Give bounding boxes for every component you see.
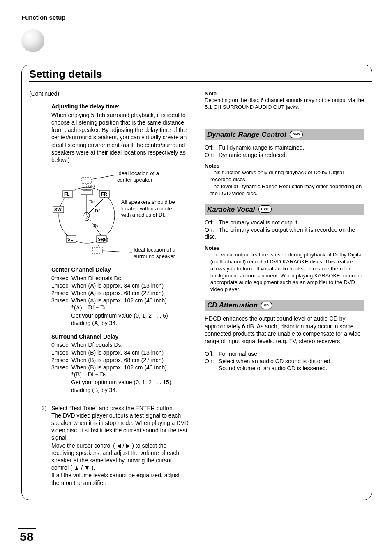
drc-title: Dynamic Range Control (207, 130, 286, 139)
surround-delay-heading: Surround Channel Delay (51, 333, 189, 341)
note-heading: Note (205, 90, 364, 97)
svg-text:SW: SW (54, 207, 62, 212)
surround-delay-line: 1msec: When (B) is approx. 34 cm (13 inc… (51, 349, 189, 356)
svg-line-14 (97, 242, 100, 247)
note-body: Depending on the disc, 6 channel sounds … (205, 97, 364, 111)
svg-text:Dc: Dc (89, 199, 95, 204)
svg-text:(A): (A) (88, 183, 95, 189)
surround-delay-formula: *(B) = Df − Ds (71, 371, 189, 379)
radius-caption: All speakers should be located within a … (121, 199, 183, 218)
content-frame: Setting details (Continued) Adjusting th… (21, 65, 372, 500)
continued-label: (Continued) (29, 90, 189, 98)
svg-text:Df: Df (95, 208, 100, 213)
adjust-delay-body: When enjoying 5.1ch surround playback, i… (51, 111, 189, 164)
cd-body: HDCD enhances the output sound level of … (205, 315, 364, 345)
center-delay-tail: Get your optimum value (0, 1, 2 . . . 5) (71, 312, 189, 319)
step3-line: The DVD video player outputs a test sign… (51, 412, 189, 442)
cd-off-row: Off:For normal use. (205, 351, 364, 358)
svg-text:(B): (B) (102, 237, 108, 242)
cd-on-row2: Sound volume of an audio CD is lessened. (205, 365, 364, 372)
center-delay-heading: Center Channel Delay (51, 266, 189, 274)
decorative-sphere (21, 29, 44, 52)
svg-line-15 (92, 175, 115, 179)
page-title: Setting details (29, 67, 107, 81)
center-delay-line: 1msec: When (A) is approx. 34 cm (13 inc… (51, 282, 189, 289)
dvd-badge-icon: DVD (290, 131, 303, 138)
ideal-surround-caption: Ideal location of a surround speaker (134, 247, 191, 259)
kv-title: Karaoke Vocal (207, 205, 255, 214)
step-number: 3) (42, 404, 51, 487)
drc-on-row: On:Dynamic range is reduced. (205, 152, 364, 159)
kv-on-row: On:The primary vocal is output when it i… (205, 226, 364, 241)
page-header: Function setup (21, 14, 372, 22)
cd-on-row: On:Select when an audio CD sound is dist… (205, 358, 364, 365)
right-column: Note Depending on the disc, 6 channel so… (197, 90, 364, 492)
drc-notes-heading: Notes (205, 163, 364, 169)
drc-note: The level of Dynamic Range Reduction may… (210, 183, 364, 197)
center-delay-tail: dividing (A) by 34. (71, 319, 189, 327)
drc-note: This function works only during playback… (210, 169, 364, 183)
center-delay-formula: *(A) = Df − Dc (71, 304, 189, 312)
cd-section-head: CD Attenuation CD (205, 300, 364, 311)
svg-line-16 (102, 251, 132, 252)
surround-delay-tail: Get your optimum value (0, 1, 2 . . . 15… (71, 379, 189, 386)
center-delay-line: 0msec: When Df equals Dc. (51, 275, 189, 282)
drc-off-row: Off:Full dynamic range is maintained. (205, 144, 364, 152)
surround-delay-tail: dividing (B) by 34. (71, 386, 189, 394)
kv-off-row: Off:The primary vocal is not output. (205, 219, 364, 226)
dvd-badge-icon: DVD (258, 205, 272, 213)
speaker-diagram: FL FR SW SL SR (A) (B) Dc Df Ds Ideal lo… (46, 170, 189, 261)
surround-delay-line: 2msec: When (B) is approx. 68 cm (27 inc… (51, 356, 189, 364)
kv-notes-heading: Notes (205, 245, 364, 252)
adjust-delay-heading: Adjusting the delay time: (51, 103, 189, 111)
cd-title: CD Attenuation (207, 301, 258, 309)
center-delay-line: 2msec: When (A) is approx. 68 cm (27 inc… (51, 289, 189, 297)
step3-line: If all the volume levels cannot be equal… (51, 471, 189, 486)
ideal-center-caption: Ideal location of a center speaker (117, 170, 175, 183)
surround-delay-line: 3msec: When (B) is approx. 102 cm (40 in… (51, 364, 189, 371)
step3-line: Move the cursor control ( ◀ / ▶ ) to sel… (51, 442, 189, 472)
svg-text:Ds: Ds (93, 223, 99, 228)
svg-text:SL: SL (67, 237, 73, 242)
left-column: (Continued) Adjusting the delay time: Wh… (29, 90, 197, 492)
surround-delay-line: 0msec: When Df equals Ds. (51, 341, 189, 349)
cd-badge-icon: CD (261, 302, 272, 309)
svg-rect-8 (92, 247, 102, 253)
svg-text:FL: FL (64, 192, 70, 196)
svg-text:FR: FR (101, 192, 107, 196)
step3-line: Select “Test Tone” and press the ENTER b… (51, 404, 189, 412)
drc-section-head: Dynamic Range Control DVD (205, 129, 364, 140)
page-number: 58 (20, 529, 33, 545)
kv-note: The vocal output feature is used during … (210, 252, 364, 293)
kv-section-head: Karaoke Vocal DVD (205, 204, 364, 215)
center-delay-line: 3msec: When (A) is approx. 102 cm (40 in… (51, 297, 189, 304)
svg-rect-7 (82, 178, 92, 183)
